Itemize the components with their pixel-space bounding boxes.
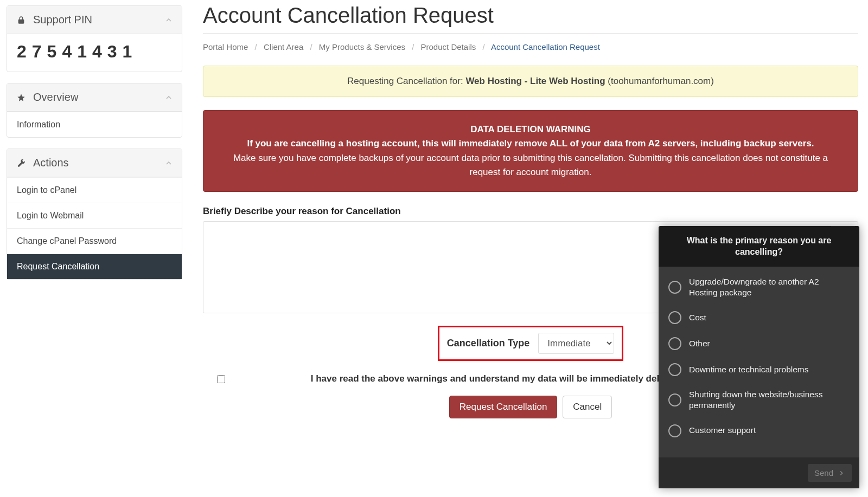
survey-send-button[interactable]: Send	[808, 464, 852, 482]
lock-icon	[17, 16, 29, 24]
survey-option-label: Shutting down the website/business perma…	[689, 389, 850, 411]
request-cancellation-button[interactable]: Request Cancellation	[449, 396, 558, 418]
info-suffix: (toohumanforhuman.com)	[605, 76, 714, 86]
survey-option-label: Other	[689, 338, 710, 349]
survey-option[interactable]: Downtime or technical problems	[659, 357, 859, 383]
survey-popup: What is the primary reason you are cance…	[659, 226, 859, 488]
survey-options-list[interactable]: Upgrade/Downgrade to another A2 Hosting …	[659, 267, 859, 457]
radio-icon	[668, 337, 681, 350]
overview-panel: Overview Information	[7, 83, 182, 138]
warning-line2: Make sure you have complete backups of y…	[233, 153, 828, 177]
survey-collapse-toggle[interactable]	[831, 226, 855, 227]
radio-icon	[668, 281, 681, 294]
crumb-client-area[interactable]: Client Area	[264, 42, 303, 51]
survey-option[interactable]: Customer support	[659, 418, 859, 444]
survey-footer: Send	[659, 457, 859, 488]
crumb-current: Account Cancellation Request	[491, 42, 600, 51]
survey-option[interactable]: Other	[659, 331, 859, 357]
crumb-products[interactable]: My Products & Services	[319, 42, 405, 51]
actions-panel: Actions Login to cPanel Login to Webmail…	[7, 149, 182, 280]
support-pin-value: 27541431	[7, 34, 182, 72]
chevron-up-icon	[164, 159, 173, 167]
wrench-icon	[17, 159, 29, 167]
overview-item-information[interactable]: Information	[7, 112, 182, 137]
action-change-password[interactable]: Change cPanel Password	[7, 228, 182, 254]
cancellation-type-label: Cancellation Type	[447, 338, 530, 349]
main-content: Account Cancellation Request Portal Home…	[188, 0, 868, 497]
overview-heading[interactable]: Overview	[7, 83, 182, 112]
chevron-up-icon	[164, 93, 173, 102]
cancellation-type-select[interactable]: Immediate	[538, 333, 614, 354]
chevron-up-icon	[164, 16, 173, 24]
radio-icon	[668, 393, 681, 406]
survey-option-label: Customer support	[689, 425, 756, 436]
support-pin-heading[interactable]: Support PIN	[7, 6, 182, 34]
cancel-button[interactable]: Cancel	[563, 396, 612, 418]
info-prefix: Requesting Cancellation for:	[347, 76, 465, 86]
warning-banner: DATA DELETION WARNING If you are cancell…	[203, 110, 858, 192]
crumb-product-details[interactable]: Product Details	[421, 42, 476, 51]
support-pin-panel: Support PIN 27541431	[7, 5, 182, 72]
actions-title: Actions	[33, 157, 69, 169]
survey-option[interactable]: Shutting down the website/business perma…	[659, 383, 859, 417]
radio-icon	[668, 424, 681, 437]
page-title: Account Cancellation Request	[203, 0, 858, 34]
acknowledgement-checkbox[interactable]	[217, 375, 225, 383]
action-request-cancellation[interactable]: Request Cancellation	[7, 254, 182, 279]
breadcrumb: Portal Home / Client Area / My Products …	[203, 42, 858, 51]
info-banner: Requesting Cancellation for: Web Hosting…	[203, 66, 858, 97]
actions-heading[interactable]: Actions	[7, 149, 182, 177]
cancellation-type-highlight: Cancellation Type Immediate	[438, 326, 624, 361]
overview-title: Overview	[33, 91, 78, 104]
info-product: Web Hosting - Lite Web Hosting	[465, 76, 605, 86]
action-login-cpanel[interactable]: Login to cPanel	[7, 177, 182, 203]
send-label: Send	[814, 468, 833, 477]
radio-icon	[668, 311, 681, 324]
survey-option-label: Downtime or technical problems	[689, 364, 809, 375]
star-icon	[17, 93, 29, 102]
support-pin-title: Support PIN	[33, 14, 92, 26]
crumb-portal-home[interactable]: Portal Home	[203, 42, 248, 51]
survey-option-label: Cost	[689, 312, 706, 323]
survey-option[interactable]: Cost	[659, 305, 859, 331]
radio-icon	[668, 363, 681, 376]
warning-title: DATA DELETION WARNING	[219, 122, 843, 137]
chevron-right-icon	[838, 469, 845, 477]
survey-option[interactable]: Upgrade/Downgrade to another A2 Hosting …	[659, 270, 859, 305]
warning-line1: If you are cancelling a hosting account,…	[219, 137, 843, 151]
action-login-webmail[interactable]: Login to Webmail	[7, 203, 182, 228]
reason-label: Briefly Describe your reason for Cancell…	[203, 206, 858, 217]
survey-question: What is the primary reason you are cance…	[659, 226, 859, 267]
survey-option-label: Upgrade/Downgrade to another A2 Hosting …	[689, 276, 850, 298]
sidebar: Support PIN 27541431 Overview Informatio…	[0, 0, 188, 497]
